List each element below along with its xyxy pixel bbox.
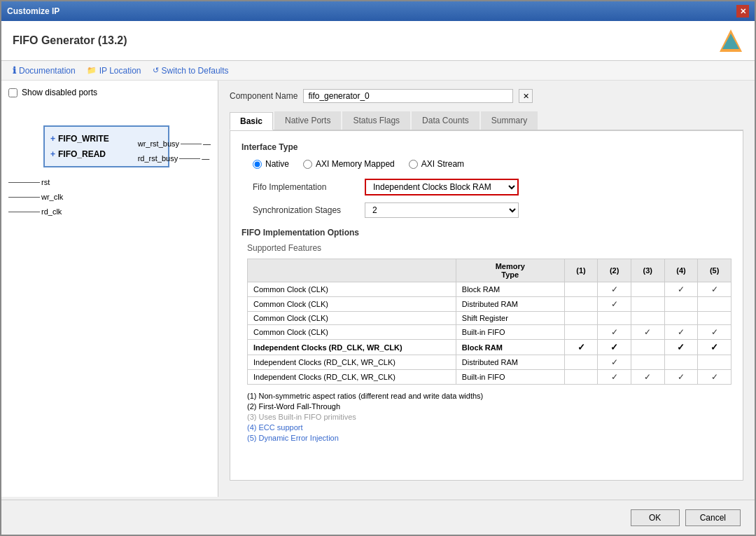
app-logo — [718, 28, 743, 53]
c1-cell — [564, 325, 598, 340]
tab-status-flags[interactable]: Status Flags — [342, 111, 410, 130]
radio-axi-mapped-input[interactable] — [303, 160, 312, 169]
c2-cell: ✓ — [598, 370, 631, 385]
rd-clk-label: rd_clk — [41, 207, 62, 216]
wire — [179, 158, 200, 159]
c1-cell — [564, 370, 598, 385]
tab-native-ports[interactable]: Native Ports — [274, 111, 341, 130]
fifo-impl-select[interactable]: Independent Clocks Block RAM Common Cloc… — [365, 179, 519, 195]
c3-cell: ✓ — [631, 325, 665, 340]
feature-cell: Common Clock (CLK) — [248, 325, 456, 340]
wr-clk-label: wr_clk — [41, 193, 63, 201]
c1-cell — [564, 355, 598, 370]
radio-native-label: Native — [265, 159, 289, 169]
radio-axi-stream[interactable]: AXI Stream — [409, 159, 464, 169]
tab-content-basic: Interface Type Native AXI Memory Mapped … — [230, 130, 743, 481]
ok-button[interactable]: OK — [631, 509, 680, 526]
wire — [8, 212, 40, 212]
radio-axi-stream-label: AXI Stream — [421, 159, 464, 169]
show-disabled-checkbox[interactable] — [8, 88, 18, 97]
toolbar: ℹ Documentation 📁 IP Location ↺ Switch t… — [1, 61, 755, 81]
table-row-selected: Independent Clocks (RD_CLK, WR_CLK) Bloc… — [248, 340, 732, 355]
feature-cell: Independent Clocks (RD_CLK, WR_CLK) — [248, 355, 456, 370]
sync-stages-label: Synchronization Stages — [253, 205, 365, 215]
tab-basic[interactable]: Basic — [230, 112, 273, 130]
c4-cell: ✓ — [664, 370, 698, 385]
feature-cell: Common Clock (CLK) — [248, 312, 456, 325]
memory-cell: Distributed RAM — [456, 297, 564, 312]
c2-cell: ✓ — [598, 297, 631, 312]
switch-defaults-link[interactable]: ↺ Switch to Defaults — [153, 66, 229, 76]
c1-cell — [564, 282, 598, 297]
th-col3: (3) — [631, 259, 665, 282]
c3-cell — [631, 297, 665, 312]
table-row: Common Clock (CLK) Shift Register — [248, 312, 732, 325]
fifo-diagram: rst wr_clk rd_clk + FIFO_WRITE — [8, 118, 211, 245]
show-disabled-row: Show disabled ports — [8, 88, 211, 97]
c1-cell — [564, 312, 598, 325]
c3-cell — [631, 282, 665, 297]
app-title: FIFO Generator (13.2) — [13, 34, 127, 47]
memory-cell: Distributed RAM — [456, 355, 564, 370]
memory-cell: Block RAM — [456, 282, 564, 297]
c2-cell: ✓ — [598, 340, 631, 355]
fifo-write-label: FIFO_WRITE — [58, 134, 109, 144]
arrow-right: — — [203, 139, 211, 148]
wr-clk-signal: wr_clk — [8, 193, 63, 201]
c3-cell — [631, 355, 665, 370]
c5-cell — [698, 355, 732, 370]
radio-native[interactable]: Native — [253, 159, 289, 169]
footnote-5: (5) Dynamic Error Injection — [247, 434, 732, 442]
c3-cell — [631, 340, 665, 355]
memory-cell: Built-in FIFO — [456, 370, 564, 385]
rst-signal: rst — [8, 178, 63, 186]
footnote-1: (1) Non-symmetric aspect ratios (differe… — [247, 392, 732, 400]
radio-axi-stream-input[interactable] — [409, 160, 418, 169]
documentation-link[interactable]: ℹ Documentation — [13, 65, 76, 76]
component-name-label: Component Name — [230, 91, 298, 101]
footnote-2: (2) First-Word Fall-Through — [247, 402, 732, 411]
c5-cell: ✓ — [698, 340, 732, 355]
arrow-right2: — — [202, 154, 209, 163]
feature-cell: Common Clock (CLK) — [248, 297, 456, 312]
component-name-row: Component Name ✕ — [230, 89, 743, 103]
tab-summary[interactable]: Summary — [481, 111, 538, 130]
feature-cell: Independent Clocks (RD_CLK, WR_CLK) — [248, 370, 456, 385]
rd-clk-signal: rd_clk — [8, 207, 63, 216]
plus-read-icon: + — [50, 149, 55, 159]
feature-cell: Common Clock (CLK) — [248, 282, 456, 297]
doc-label: Documentation — [19, 66, 76, 76]
c1-cell: ✓ — [564, 340, 598, 355]
wire — [181, 144, 202, 144]
table-row: Common Clock (CLK) Built-in FIFO ✓ ✓ ✓ ✓ — [248, 325, 732, 340]
interface-type-radio-group: Native AXI Memory Mapped AXI Stream — [253, 159, 732, 169]
th-col4: (4) — [664, 259, 698, 282]
main-header: FIFO Generator (13.2) — [1, 21, 755, 61]
right-panel: Component Name ✕ Basic Native Ports Stat… — [218, 81, 755, 497]
tab-bar: Basic Native Ports Status Flags Data Cou… — [230, 111, 743, 130]
ip-location-label: IP Location — [99, 66, 141, 76]
left-signals: rst wr_clk rd_clk — [8, 178, 63, 216]
component-name-input[interactable] — [303, 89, 513, 103]
cancel-button[interactable]: Cancel — [685, 509, 741, 526]
feature-cell-selected: Independent Clocks (RD_CLK, WR_CLK) — [248, 340, 456, 355]
footnote-4: (4) ECC support — [247, 423, 732, 432]
c5-cell — [698, 297, 732, 312]
ip-location-link[interactable]: 📁 IP Location — [87, 66, 141, 76]
supported-features-title: Supported Features — [247, 243, 732, 253]
c2-cell: ✓ — [598, 355, 631, 370]
wire — [8, 182, 40, 183]
c4-cell — [664, 355, 698, 370]
fifo-impl-row: Fifo Implementation Independent Clocks B… — [253, 179, 732, 195]
c2-cell: ✓ — [598, 282, 631, 297]
sync-stages-select[interactable]: 2 3 4 — [365, 202, 519, 218]
close-button[interactable]: ✕ — [736, 5, 749, 18]
interface-type-title: Interface Type — [241, 142, 732, 152]
c5-cell: ✓ — [698, 370, 732, 385]
radio-native-input[interactable] — [253, 160, 262, 169]
rd-rst-busy-label: rd_rst_busy — [138, 154, 178, 163]
component-name-clear-button[interactable]: ✕ — [519, 89, 533, 103]
radio-axi-mapped[interactable]: AXI Memory Mapped — [303, 159, 395, 169]
radio-axi-mapped-label: AXI Memory Mapped — [316, 159, 395, 169]
tab-data-counts[interactable]: Data Counts — [412, 111, 479, 130]
